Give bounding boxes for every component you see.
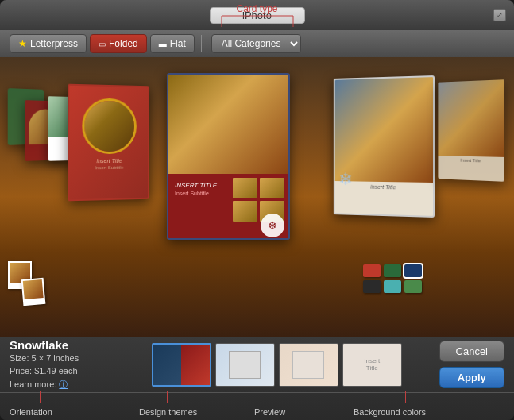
polaroid-thumbnail xyxy=(21,278,46,306)
card-item[interactable]: ❄ Insert Title xyxy=(334,75,435,218)
categories-select[interactable]: All Categories xyxy=(211,34,301,53)
preview-thumb[interactable]: InsertTitle xyxy=(342,343,402,387)
color-swatch[interactable] xyxy=(363,264,381,277)
color-swatch[interactable] xyxy=(363,280,381,293)
snowflake-decoration: ❄ xyxy=(338,169,352,190)
card-photo xyxy=(82,98,136,154)
preview-thumb[interactable] xyxy=(279,343,338,387)
flat-button[interactable]: ▬ Flat xyxy=(150,34,195,53)
color-swatch[interactable] xyxy=(404,280,422,293)
flat-label: Flat xyxy=(170,38,186,49)
color-swatch[interactable] xyxy=(384,264,401,277)
apply-button[interactable]: Apply xyxy=(439,367,504,388)
window-fullscreen-button[interactable]: ⤢ xyxy=(493,9,506,21)
card-title: Insert Title xyxy=(69,158,148,164)
preview-right xyxy=(181,345,210,385)
bottom-labels: Orientation Design themes Preview Backgr… xyxy=(0,392,514,420)
star-icon: ★ xyxy=(18,38,27,49)
learn-more-link[interactable]: ⓘ xyxy=(59,380,68,389)
folded-icon: ▭ xyxy=(99,40,106,48)
folded-label: Folded xyxy=(109,38,138,49)
card-photo xyxy=(335,77,433,183)
product-name: Snowflake xyxy=(10,338,121,352)
preview-thumb-inner xyxy=(153,345,210,385)
color-swatch[interactable] xyxy=(404,264,422,277)
carousel-area: Insert Title Insert Subtitle INSERT TITL… xyxy=(0,57,514,337)
product-learn-more: Learn more: ⓘ xyxy=(10,378,121,391)
card-center-bottom: INSERT TITLE Insert Subtitle ❄ xyxy=(168,174,288,240)
bottom-area: Snowflake Size: 5 × 7 inches Price: $1.4… xyxy=(0,337,514,420)
card-photo xyxy=(438,79,504,157)
preview-left xyxy=(153,345,182,385)
preview-thumb[interactable] xyxy=(152,343,211,387)
color-swatches-area xyxy=(363,264,427,293)
folded-button[interactable]: ▭ Folded xyxy=(90,34,147,53)
product-size: Size: 5 × 7 inches xyxy=(10,352,121,365)
card-subtitle: Insert Subtitle xyxy=(69,165,148,171)
cancel-button[interactable]: Cancel xyxy=(439,341,504,362)
preview-thumb[interactable] xyxy=(215,343,275,387)
label-preview: Preview xyxy=(254,407,285,417)
snowflake-badge: ❄ xyxy=(261,214,284,237)
color-swatch[interactable] xyxy=(384,280,401,293)
toolbar: ★ Letterpress ▭ Folded ▬ Flat All Catego… xyxy=(0,30,514,57)
flat-icon: ▬ xyxy=(159,40,167,48)
app-window: iPhoto ⤢ ★ Letterpress ▭ Folded ▬ Flat A… xyxy=(0,0,514,420)
product-price: Price: $1.49 each xyxy=(10,364,121,378)
action-buttons: Cancel Apply xyxy=(439,341,504,388)
letterpress-label: Letterpress xyxy=(30,38,78,49)
label-design-themes: Design themes xyxy=(139,407,197,417)
toolbar-separator xyxy=(201,35,202,52)
bottom-main: Snowflake Size: 5 × 7 inches Price: $1.4… xyxy=(0,337,514,392)
card-center-photo xyxy=(168,75,288,174)
letterpress-button[interactable]: ★ Letterpress xyxy=(10,34,87,53)
card-center[interactable]: INSERT TITLE Insert Subtitle ❄ xyxy=(167,73,290,240)
label-background-colors: Background colors xyxy=(354,407,426,417)
card-item[interactable]: Insert Title xyxy=(438,79,504,182)
label-orientation: Orientation xyxy=(10,407,52,417)
title-bar: iPhoto ⤢ xyxy=(0,0,514,30)
card-item[interactable]: Insert Title Insert Subtitle xyxy=(68,84,149,202)
title-bar-title: iPhoto xyxy=(210,7,305,24)
product-info: Snowflake Size: 5 × 7 inches Price: $1.4… xyxy=(10,338,121,391)
preview-strip: InsertTitle xyxy=(130,343,423,387)
